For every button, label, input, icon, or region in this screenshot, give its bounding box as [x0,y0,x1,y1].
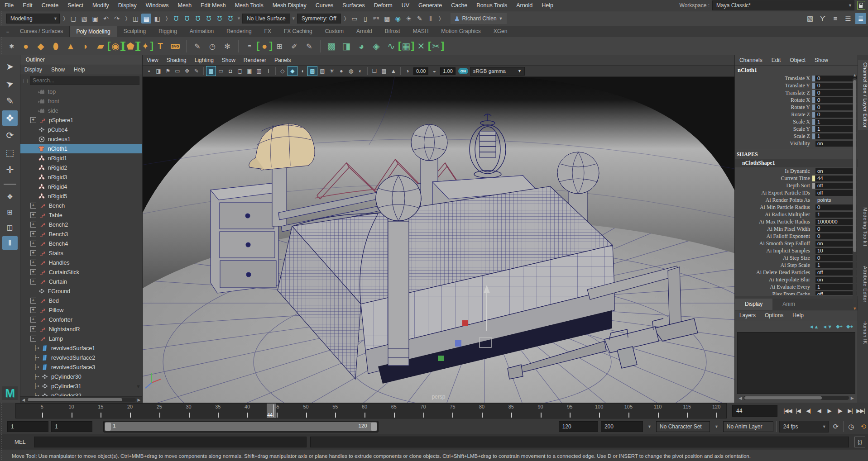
channel-value-field[interactable]: 0 [815,204,857,210]
viewport-menu-lighting[interactable]: Lighting [191,57,218,63]
outliner-menu-show[interactable]: Show [47,65,69,75]
channel-ai-render-points-as[interactable]: Ai Render Points Aspoints [735,196,858,204]
gate-mask-icon[interactable]: ▢ [235,67,245,76]
outliner-item-revolvedsurface1[interactable]: ├•revolvedSurface1 [20,343,142,353]
channel-value-field[interactable]: 1 [815,284,857,290]
shelf-tab-arnold[interactable]: Arnold [350,26,379,37]
outliner-item-bench[interactable]: +Bench [20,201,142,210]
scroll-up-icon[interactable]: ▲ [853,73,857,77]
scroll-down-icon[interactable]: ▼ [853,306,857,311]
snap-grid-icon[interactable]: Ω [171,14,181,24]
filter-icon[interactable]: ⬚ [23,77,28,84]
shelf-tab-mash[interactable]: MASH [407,26,435,37]
shelf-menu-icon[interactable]: ≡ [2,29,14,34]
snap-point-icon[interactable]: Ω [193,14,203,24]
channel-value-field[interactable]: 0 [815,112,857,118]
shelf-tab-xgen[interactable]: XGen [487,26,514,37]
search-input[interactable] [30,76,139,85]
hypershade-icon[interactable]: ◉ [393,14,403,24]
scroll-left-icon[interactable]: ◀ [737,396,743,400]
menu-item-cache[interactable]: Cache [446,0,472,11]
boolean-icon[interactable]: ◓ [243,39,256,53]
uv-planar-icon[interactable]: ▩ [325,39,338,53]
drag-handle[interactable] [0,434,5,450]
snap-view-plane-icon[interactable]: Ω [215,14,225,24]
channel-play-from-cache[interactable]: Play From Cacheoff [735,290,858,295]
outliner-item-pcylinder31[interactable]: ├•pCylinder31 [20,381,142,391]
expand-toggle[interactable]: + [30,117,36,123]
command-input[interactable] [34,437,307,447]
motion-blur-icon[interactable]: ◐ [356,67,365,76]
outliner-item-table[interactable]: +Table [20,210,142,220]
select-hierarchy-icon[interactable]: ◫ [130,14,140,24]
channel-ai-smooth-step-falloff[interactable]: Ai Smooth Step Falloffon [735,240,858,247]
outliner-item-nrigid4[interactable]: nRigid4 [20,182,142,191]
channel-value-field[interactable]: points [815,197,857,203]
channel-value-field[interactable]: 0 [815,255,857,261]
layers-menu-layers[interactable]: Layers [735,310,760,321]
uv-cut-sew-icon[interactable]: ✕ [414,39,428,53]
film-gate-icon[interactable]: ▭ [216,67,225,76]
move-layer-down-icon[interactable]: ◄▼ [822,324,832,329]
expand-toggle[interactable]: + [30,279,36,285]
channel-ai-step-scale[interactable]: Ai Step Scale1 [735,261,858,269]
channel-ai-min-particle-radius[interactable]: Ai Min Particle Radius0 [735,204,858,211]
new-scene-icon[interactable]: ▢ [68,14,78,24]
new-layer-from-selected-icon[interactable]: ◆● [846,323,853,329]
menu-item-uv[interactable]: UV [397,0,414,11]
lasso-select-tool[interactable]: ➤ [0,74,20,94]
scroll-thumb[interactable] [28,398,122,401]
outliner-item-conforter[interactable]: +Conforter [20,315,142,324]
channel-value-field[interactable]: off [815,183,857,189]
step-back-frame-button[interactable]: ◀| [804,405,813,416]
layout-outliner-persp[interactable]: ⦀ [2,236,18,250]
channel-value-field[interactable]: 0 [815,90,857,96]
channel-translate-y[interactable]: Translate Y0 [735,82,858,89]
viewport-canvas[interactable]: persp [143,77,734,403]
snap-projected-center-icon[interactable]: Ω [204,14,214,24]
shelf-tab-rigging[interactable]: Rigging [152,26,183,37]
multi-cut-icon[interactable]: ● [258,39,271,53]
outliner-item-curtain[interactable]: +Curtain [20,277,142,286]
anim-layer-field[interactable]: No Anim Layer [723,421,773,432]
layers-hscrollbar[interactable]: ◀ ▶ [737,395,855,401]
outliner-item-stairs[interactable]: +Stairs [20,248,142,258]
workspace-select[interactable]: Maya Classic* ▼ [712,0,854,10]
outliner-item-nrigid1[interactable]: nRigid1 [20,153,142,163]
save-scene-icon[interactable]: ▣ [90,14,100,24]
isolate-select-icon[interactable]: ☐ [370,67,379,76]
safe-action-icon[interactable]: ▥ [254,67,264,76]
scroll-thumb[interactable] [744,396,822,399]
outliner-item-nrigid2[interactable]: nRigid2 [20,163,142,172]
outliner-item-handles[interactable]: +Handles [20,258,142,267]
scroll-right-icon[interactable]: ▶ [849,396,855,400]
channel-is-dynamic[interactable]: Is Dynamicon [735,167,858,175]
expand-toggle[interactable]: + [30,231,36,237]
channel-value-field[interactable]: 0 [815,233,857,239]
expand-toggle[interactable]: + [30,222,36,228]
outliner-hscrollbar[interactable]: ◀ ▶ [20,396,142,403]
outliner-item-bench4[interactable]: +Bench4 [20,239,142,248]
smooth-shade-icon[interactable]: ◆ [288,66,297,76]
animation-start-field[interactable]: 1 [7,421,48,432]
scroll-track[interactable] [27,398,136,402]
type-tool-icon[interactable]: T [153,39,167,53]
channel-ai-evaluate-every[interactable]: Ai Evaluate Every1 [735,283,858,290]
gear-icon[interactable]: ✱ [6,43,18,50]
playback-start-field[interactable]: 1 [51,421,92,432]
poly-cylinder-icon[interactable]: ⬮ [49,39,62,53]
channel-value-field[interactable]: on [815,241,857,247]
channel-value-field[interactable]: 1 [815,119,857,125]
outliner-item-psphere1[interactable]: +pSphere1 [20,115,142,125]
channel-depth-sort[interactable]: Depth Sortoff [735,182,858,189]
edit-lattice-icon[interactable]: ✐ [288,39,301,53]
channel-value-field[interactable]: on [815,168,857,174]
tool-settings-icon[interactable]: ☰ [843,13,854,24]
step-forward-frame-button[interactable]: |▶ [835,405,844,416]
expand-toggle[interactable]: + [30,250,36,256]
channel-value-field[interactable]: 0 [815,105,857,110]
snap-curve-icon[interactable]: Ω [182,14,192,24]
play-backwards-button[interactable]: ◀ [814,405,824,416]
expand-toggle[interactable]: + [30,298,36,304]
layers-menu-options[interactable]: Options [760,310,788,321]
